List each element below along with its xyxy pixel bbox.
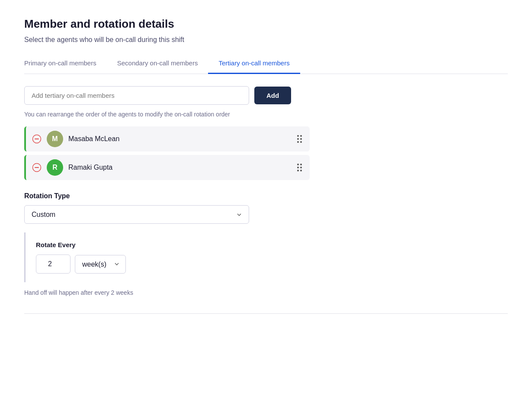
members-list: M Masaba McLean R Ramaki Gupta (24, 126, 310, 180)
add-button[interactable]: Add (254, 87, 291, 104)
tab-primary[interactable]: Primary on-call members (24, 54, 107, 74)
avatar-ramaki: R (47, 159, 63, 176)
handoff-note: Hand off will happen after every 2 weeks (24, 289, 508, 296)
member-row: R Ramaki Gupta (24, 155, 310, 180)
remove-member-masaba-button[interactable] (32, 134, 42, 144)
rearrange-hint: You can rearrange the order of the agent… (24, 111, 508, 118)
add-members-row: Add (24, 86, 508, 105)
rotation-type-select[interactable]: Custom Daily Weekly Bi-Weekly Monthly (24, 205, 249, 224)
tab-tertiary[interactable]: Tertiary on-call members (208, 54, 300, 74)
rotate-every-box: Rotate Every day(s) week(s) month(s) (24, 232, 249, 282)
rotate-every-inputs: day(s) week(s) month(s) (36, 255, 239, 274)
add-members-input[interactable] (24, 86, 249, 105)
rotation-type-label: Rotation Type (24, 192, 508, 200)
page-title: Member and rotation details (24, 17, 508, 31)
drag-handle-ramaki[interactable] (295, 163, 304, 172)
rotate-number-input[interactable] (36, 255, 71, 274)
member-row: M Masaba McLean (24, 126, 310, 151)
drag-handle-masaba[interactable] (295, 134, 304, 144)
bottom-divider (24, 313, 508, 314)
rotate-unit-select[interactable]: day(s) week(s) month(s) (75, 255, 126, 274)
avatar-masaba: M (47, 131, 63, 147)
tab-secondary[interactable]: Secondary on-call members (107, 54, 208, 74)
member-name-ramaki: Ramaki Gupta (68, 164, 290, 171)
member-name-masaba: Masaba McLean (68, 135, 290, 143)
rotate-every-label: Rotate Every (36, 241, 239, 248)
tabs-container: Primary on-call members Secondary on-cal… (24, 54, 508, 74)
page-subtitle: Select the agents who will be on-call du… (24, 36, 508, 44)
remove-member-ramaki-button[interactable] (32, 163, 42, 172)
